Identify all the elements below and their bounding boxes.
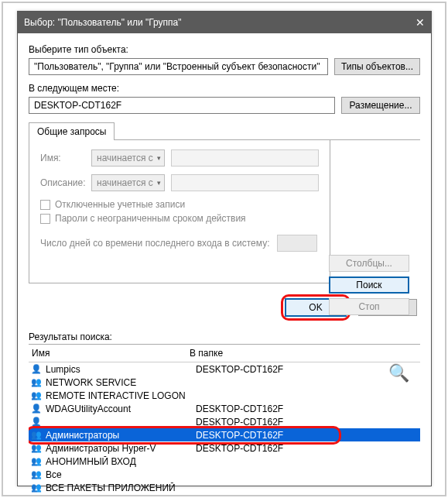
close-icon[interactable]: ✕ [397, 16, 425, 29]
group-icon: 👥 [30, 430, 43, 441]
tab-common-queries[interactable]: Общие запросы [29, 122, 115, 140]
object-types-button[interactable]: Типы объектов... [334, 58, 420, 75]
user-icon: 👤 [30, 404, 43, 414]
locations-button[interactable]: Размещение... [341, 97, 420, 114]
chevron-down-icon: ▾ [157, 154, 161, 162]
checkbox-icon [40, 214, 50, 224]
group-icon: 👥 [30, 483, 43, 493]
description-label: Описание: [40, 177, 85, 188]
result-name: Lumpics [46, 364, 193, 375]
name-match-select[interactable]: начинается с ▾ [91, 149, 165, 167]
result-name: NETWORK SERVICE [46, 377, 193, 388]
list-item[interactable]: 👥Все [29, 468, 420, 481]
result-name: Все [46, 469, 193, 480]
result-folder: DESKTOP-CDT162F [196, 404, 419, 414]
results-list[interactable]: 👤LumpicsDESKTOP-CDT162F👥NETWORK SERVICE👥… [29, 362, 420, 494]
result-name: Администраторы [46, 430, 193, 441]
result-name: АНОНИМНЫЙ ВХОД [46, 456, 193, 467]
list-item[interactable]: 👥REMOTE INTERACTIVE LOGON [29, 389, 420, 402]
group-icon: 👥 [30, 469, 43, 480]
name-label: Имя: [40, 153, 85, 163]
chevron-down-icon: ▾ [157, 179, 161, 187]
result-name: Администраторы Hyper-V [46, 443, 193, 454]
object-type-label: Выберите тип объекта: [29, 44, 420, 55]
object-type-field: "Пользователь", "Группа" или "Встроенный… [29, 58, 328, 75]
description-match-select[interactable]: начинается с ▾ [91, 174, 165, 191]
stop-button[interactable]: Стоп [329, 298, 409, 315]
list-item[interactable]: 👥NETWORK SERVICE [29, 376, 420, 389]
result-folder: DESKTOP-CDT162F [196, 364, 419, 375]
days-since-logon-select[interactable] [277, 235, 317, 252]
user-icon: 👤 [30, 417, 43, 428]
list-item[interactable]: 👤LumpicsDESKTOP-CDT162F [29, 362, 420, 376]
list-item[interactable]: 👥Администраторы Hyper-VDESKTOP-CDT162F [29, 441, 420, 455]
column-header-name[interactable]: Имя [32, 348, 186, 359]
group-icon: 👥 [30, 456, 43, 467]
result-name: WDAGUtilityAccount [46, 404, 193, 414]
non-expiring-password-checkbox[interactable]: Пароли с неограниченным сроком действия [40, 213, 319, 224]
list-item[interactable]: 👤WDAGUtilityAccountDESKTOP-CDT162F [29, 402, 420, 415]
days-since-logon-label: Число дней со времени последнего входа в… [40, 238, 269, 249]
result-folder: DESKTOP-CDT162F [196, 443, 419, 454]
list-item[interactable]: 👥АдминистраторыDESKTOP-CDT162F [29, 428, 420, 441]
list-item[interactable]: 👤DESKTOP-CDT162F [29, 415, 420, 428]
result-folder: DESKTOP-CDT162F [196, 430, 419, 441]
group-icon: 👥 [30, 377, 43, 388]
group-icon: 👥 [30, 390, 43, 401]
description-input[interactable] [171, 174, 319, 191]
disabled-accounts-checkbox[interactable]: Отключенные учетные записи [40, 199, 319, 210]
dialog-select-user-or-group: Выбор: "Пользователь" или "Группа" ✕ Выб… [17, 11, 432, 486]
list-item[interactable]: 👥АНОНИМНЫЙ ВХОД [29, 455, 420, 468]
list-item[interactable]: 👥ВСЕ ПАКЕТЫ ПРИЛОЖЕНИЙ [29, 481, 420, 494]
result-name: ВСЕ ПАКЕТЫ ПРИЛОЖЕНИЙ [46, 483, 193, 493]
group-icon: 👥 [30, 443, 43, 454]
location-label: В следующем месте: [29, 83, 420, 94]
location-field: DESKTOP-CDT162F [29, 97, 335, 114]
columns-button[interactable]: Столбцы... [329, 255, 409, 272]
find-now-button[interactable]: Поиск [329, 276, 409, 294]
result-folder: DESKTOP-CDT162F [196, 417, 419, 428]
window-title: Выбор: "Пользователь" или "Группа" [24, 17, 182, 28]
titlebar[interactable]: Выбор: "Пользователь" или "Группа" ✕ [18, 12, 431, 33]
result-name: REMOTE INTERACTIVE LOGON [46, 390, 193, 401]
checkbox-icon [40, 200, 50, 210]
common-queries-panel: Имя: начинается с ▾ Описание: начинается… [29, 140, 330, 283]
user-icon: 👤 [30, 364, 43, 375]
name-input[interactable] [171, 149, 319, 167]
